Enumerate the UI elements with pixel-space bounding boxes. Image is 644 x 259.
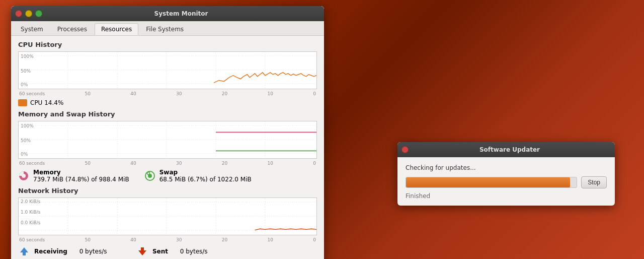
cpu-x-10: 10 (267, 91, 273, 96)
tab-resources[interactable]: Resources (95, 23, 138, 35)
cpu-x-0: 0 (313, 91, 316, 96)
net-y-1: 1.0 KiB/s (21, 210, 40, 215)
memory-value: 739.7 MiB (74.8%) of 988.4 MiB (33, 176, 129, 183)
mem-x-50: 50 (85, 161, 90, 166)
checking-text: Checking for updates... (406, 164, 607, 171)
cpu-y-50: 50% (21, 69, 31, 74)
mem-y-0: 0% (21, 152, 28, 157)
memory-x-labels: 60 seconds 50 40 30 20 10 0 (18, 161, 317, 166)
network-legend: Receiving 0 bytes/s Total Received 36.0 … (18, 245, 317, 259)
mem-x-10: 10 (267, 161, 273, 166)
software-updater-window: Software Updater Checking for updates...… (397, 142, 615, 206)
swap-legend-item: Swap 68.5 MiB (6.7%) of 1022.0 MiB (144, 169, 252, 183)
mem-y-50: 50% (21, 138, 31, 143)
cpu-legend: CPU 14.4% (18, 99, 317, 106)
mem-y-100: 100% (21, 123, 34, 128)
memory-label: Memory (33, 169, 129, 176)
swap-label: Swap (159, 169, 252, 176)
stop-button[interactable]: Stop (581, 176, 607, 188)
mem-x-0: 0 (313, 161, 316, 166)
net-x-30: 30 (176, 237, 182, 242)
cpu-legend-item: CPU 14.4% (18, 99, 63, 106)
finished-text: Finished (406, 192, 607, 200)
cpu-section-title: CPU History (18, 41, 317, 48)
net-x-0: 0 (313, 237, 316, 242)
swap-value: 68.5 MiB (6.7%) of 1022.0 MiB (159, 176, 252, 183)
cpu-x-30: 30 (176, 91, 182, 96)
window-controls[interactable] (15, 10, 42, 17)
net-x-20: 20 (222, 237, 227, 242)
sent-label: Sent (152, 248, 168, 255)
memory-legend: Memory 739.7 MiB (74.8%) of 988.4 MiB Sw… (18, 169, 317, 183)
receive-arrow-icon (18, 245, 30, 257)
updater-title: Software Updater (409, 146, 611, 153)
mem-x-20: 20 (222, 161, 227, 166)
progress-row: Stop (406, 176, 607, 188)
resources-content: CPU History 100% 50% 0% 60 seconds (11, 36, 324, 259)
svg-point-19 (22, 174, 26, 178)
cpu-chart: 100% 50% 0% (18, 51, 317, 89)
net-x-40: 40 (130, 237, 136, 242)
mem-x-60: 60 seconds (19, 161, 45, 166)
close-button[interactable] (15, 10, 22, 17)
cpu-x-20: 20 (222, 91, 227, 96)
memory-chart: 100% 50% 0% (18, 121, 317, 159)
cpu-x-60: 60 seconds (19, 91, 45, 96)
tab-system[interactable]: System (14, 23, 50, 35)
window-title: System Monitor (42, 10, 320, 17)
net-x-50: 50 (85, 237, 90, 242)
svg-marker-31 (20, 247, 28, 255)
cpu-x-50: 50 (85, 91, 90, 96)
updater-close-button[interactable] (401, 146, 409, 153)
mem-x-30: 30 (176, 161, 182, 166)
cpu-x-labels: 60 seconds 50 40 30 20 10 0 (18, 91, 317, 96)
swap-icon (144, 170, 155, 181)
memory-legend-item: Memory 739.7 MiB (74.8%) of 988.4 MiB (18, 169, 129, 183)
mem-x-40: 40 (130, 161, 136, 166)
sent-value: 0 bytes/s (180, 248, 208, 255)
maximize-button[interactable] (35, 10, 42, 17)
network-section-title: Network History (18, 187, 317, 195)
tab-processes[interactable]: Processes (51, 23, 94, 35)
memory-icon (18, 170, 29, 181)
receiving-col: Receiving 0 bytes/s Total Received 36.0 … (18, 245, 116, 259)
updater-content: Checking for updates... Stop Finished (397, 157, 615, 206)
net-x-60: 60 seconds (19, 237, 45, 242)
memory-section-title: Memory and Swap History (18, 110, 317, 118)
cpu-y-100: 100% (21, 54, 34, 59)
net-y-0: 0.0 KiB/s (21, 220, 40, 225)
sent-col: Sent 0 bytes/s Total Sent 842.0 KiB (136, 245, 223, 259)
system-monitor-window: System Monitor System Processes Resource… (11, 6, 324, 259)
tab-filesystems[interactable]: File Systems (139, 23, 190, 35)
send-arrow-icon (136, 245, 148, 257)
updater-controls[interactable] (401, 146, 409, 153)
minimize-button[interactable] (25, 10, 32, 17)
net-x-10: 10 (267, 237, 273, 242)
tab-bar: System Processes Resources File Systems (11, 21, 324, 36)
progress-bar-background (406, 177, 577, 188)
cpu-x-40: 40 (130, 91, 136, 96)
svg-point-22 (147, 172, 149, 175)
cpu-y-0: 0% (21, 82, 28, 87)
titlebar: System Monitor (11, 6, 324, 21)
progress-bar-fill (406, 177, 570, 187)
receiving-label: Receiving (34, 248, 67, 255)
cpu-legend-color (18, 99, 27, 106)
cpu-legend-label: CPU 14.4% (30, 99, 63, 106)
net-y-2: 2.0 KiB/s (21, 199, 40, 204)
network-x-labels: 60 seconds 50 40 30 20 10 0 (18, 237, 317, 242)
receiving-value: 0 bytes/s (79, 248, 107, 255)
svg-marker-32 (138, 247, 146, 255)
network-chart: 2.0 KiB/s 1.0 KiB/s 0.0 KiB/s (18, 198, 317, 235)
updater-titlebar: Software Updater (397, 142, 615, 157)
